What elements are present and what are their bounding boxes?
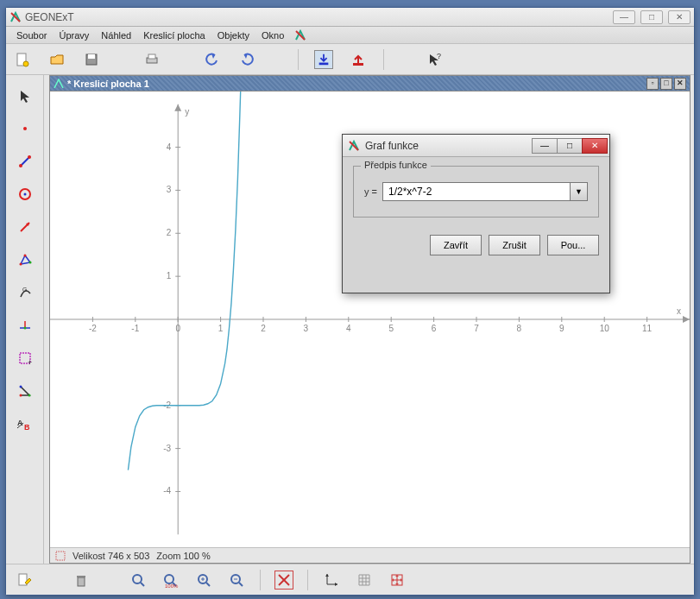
toolbox: G + AB — [6, 75, 44, 564]
pointer-tool-icon[interactable] — [15, 85, 35, 106]
undo-icon[interactable] — [203, 50, 222, 69]
menu-kresliciplocha[interactable]: Kreslicí plocha — [138, 28, 211, 42]
drawing-logo-icon — [54, 79, 64, 89]
point-tool-icon[interactable] — [15, 118, 35, 139]
drawing-title: * Kreslicí plocha 1 — [67, 79, 646, 89]
dialog-titlebar[interactable]: Graf funkce — □ ✕ — [343, 135, 609, 157]
svg-text:6: 6 — [432, 324, 437, 333]
dialog-max-button[interactable]: □ — [557, 138, 583, 154]
edit-icon[interactable] — [15, 571, 34, 590]
formula-input[interactable] — [383, 183, 570, 200]
svg-text:3: 3 — [167, 185, 172, 194]
fieldset-legend: Předpis funkce — [361, 160, 431, 170]
dialog-logo-icon — [348, 140, 360, 152]
menu-soubor[interactable]: Soubor — [11, 28, 52, 42]
perpendicular-tool-icon[interactable] — [15, 315, 35, 336]
svg-rect-3 — [88, 54, 95, 59]
svg-text:-4: -4 — [163, 486, 171, 495]
drawing-titlebar[interactable]: * Kreslicí plocha 1 ▫ □ ✕ — [50, 76, 690, 91]
formula-fieldset: Předpis funkce y = ▼ — [353, 166, 599, 218]
svg-rect-77 — [56, 552, 65, 560]
text-tool-icon[interactable]: AB — [15, 413, 35, 434]
zoom-in-icon[interactable] — [194, 571, 213, 590]
axes-off-icon[interactable] — [274, 571, 293, 590]
menu-okno[interactable]: Okno — [256, 28, 289, 42]
grid-icon[interactable] — [355, 571, 374, 590]
polygon-tool-icon[interactable] — [15, 249, 35, 270]
print-icon[interactable] — [142, 50, 161, 69]
svg-point-83 — [165, 575, 173, 583]
open-file-icon[interactable] — [47, 50, 66, 69]
export-icon[interactable] — [349, 50, 368, 69]
close-button[interactable]: ✕ — [668, 10, 691, 24]
help-pointer-icon[interactable]: ? — [426, 50, 445, 69]
menu-upravy[interactable]: Úpravy — [54, 28, 94, 42]
svg-text:4: 4 — [346, 324, 351, 333]
cancel-button[interactable]: Zrušit — [489, 235, 540, 255]
svg-text:+: + — [28, 358, 32, 366]
zoom-fit-icon[interactable] — [129, 571, 148, 590]
svg-point-27 — [19, 386, 22, 388]
svg-text:-3: -3 — [163, 444, 171, 453]
svg-text:1: 1 — [167, 271, 172, 281]
svg-point-12 — [28, 155, 31, 159]
snap-icon[interactable] — [388, 571, 407, 590]
svg-text:5: 5 — [388, 324, 394, 333]
svg-point-16 — [19, 263, 22, 266]
zoom-out-icon[interactable] — [227, 571, 246, 590]
svg-text:-1: -1 — [131, 324, 139, 333]
minimize-button[interactable]: — — [613, 10, 635, 24]
arc-tool-icon[interactable]: G — [15, 282, 35, 303]
redo-icon[interactable] — [237, 50, 256, 69]
new-file-icon[interactable] — [13, 50, 32, 69]
svg-text:?: ? — [437, 52, 441, 60]
apply-button[interactable]: Pou... — [547, 235, 599, 255]
status-zoom: Zoom 100 % — [156, 551, 210, 561]
status-size: Velikost 746 x 503 — [73, 551, 149, 561]
svg-point-25 — [19, 394, 22, 397]
svg-text:11: 11 — [642, 324, 653, 333]
inner-max-button[interactable]: □ — [660, 78, 672, 90]
menu-objekty[interactable]: Objekty — [212, 28, 255, 42]
svg-point-18 — [28, 262, 31, 264]
svg-text:y: y — [185, 107, 189, 117]
svg-point-22 — [23, 327, 26, 330]
maximize-button[interactable]: □ — [640, 10, 663, 24]
line-tool-icon[interactable] — [15, 151, 35, 172]
svg-text:B: B — [24, 423, 30, 431]
toolbar: ? — [6, 44, 694, 75]
svg-rect-80 — [77, 576, 85, 577]
svg-point-11 — [19, 164, 22, 167]
angle-tool-icon[interactable] — [15, 381, 35, 401]
save-icon[interactable] — [82, 50, 101, 69]
svg-text:100%: 100% — [165, 583, 179, 588]
app-title: GEONExT — [25, 11, 613, 23]
zoom-100-icon[interactable]: 100% — [161, 571, 180, 590]
svg-rect-6 — [319, 62, 329, 65]
svg-line-87 — [206, 583, 210, 586]
import-icon[interactable] — [314, 50, 333, 69]
inner-close-button[interactable]: ✕ — [674, 78, 686, 90]
svg-text:1: 1 — [218, 324, 224, 333]
menu-logo-icon[interactable] — [291, 26, 310, 45]
arrow-tool-icon[interactable] — [15, 217, 35, 237]
inner-min-button[interactable]: ▫ — [646, 78, 659, 90]
y-equals-label: y = — [364, 186, 377, 197]
close-dialog-button[interactable]: Zavřít — [430, 235, 482, 255]
dialog-min-button[interactable]: — — [532, 138, 558, 154]
function-dialog: Graf funkce — □ ✕ Předpis funkce y = ▼ — [342, 134, 610, 293]
svg-text:2: 2 — [167, 228, 172, 237]
svg-text:3: 3 — [304, 324, 309, 333]
dropdown-icon[interactable]: ▼ — [570, 183, 587, 200]
svg-point-14 — [23, 193, 26, 196]
circle-tool-icon[interactable] — [15, 184, 35, 205]
menu-nahled[interactable]: Náhled — [96, 28, 136, 42]
svg-point-9 — [23, 127, 27, 130]
trash-icon[interactable] — [72, 571, 91, 590]
svg-rect-5 — [148, 54, 155, 59]
axes-icon[interactable] — [322, 571, 341, 590]
svg-text:-2: -2 — [89, 324, 97, 333]
select-area-tool-icon[interactable]: + — [15, 348, 35, 369]
dialog-close-button[interactable]: ✕ — [582, 138, 608, 154]
svg-line-82 — [141, 583, 144, 586]
